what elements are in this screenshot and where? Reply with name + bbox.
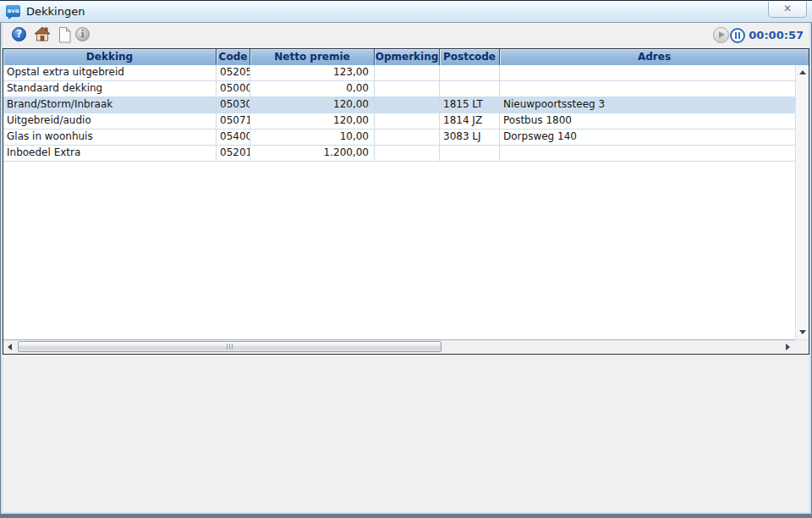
cell-adres[interactable]: Dorpsweg 140 — [500, 130, 795, 146]
cell-dekking[interactable]: Opstal extra uitgebreid — [3, 65, 217, 81]
app-window: ava Dekkingen ✕ ? — [0, 0, 812, 518]
table-row[interactable]: Standaard dekking 05000 0,00 — [3, 81, 795, 97]
cell-dekking[interactable]: Brand/Storm/Inbraak — [3, 97, 217, 113]
new-document-icon — [58, 30, 71, 47]
cell-opmerking[interactable] — [375, 97, 440, 113]
help-button[interactable]: ? — [12, 27, 29, 44]
cell-postcode[interactable] — [440, 81, 500, 97]
scroll-up-icon[interactable] — [799, 70, 806, 74]
new-document-button[interactable] — [58, 27, 75, 44]
close-icon: ✕ — [783, 3, 792, 14]
cell-adres[interactable]: Nieuwpoortssteeg 3 — [500, 97, 795, 113]
cell-opmerking[interactable] — [375, 81, 440, 97]
cell-postcode[interactable]: 1814 JZ — [440, 113, 500, 130]
pause-icon — [730, 28, 745, 43]
cell-opmerking[interactable] — [375, 130, 440, 146]
cell-code[interactable]: 05201 — [217, 146, 250, 162]
table-row[interactable]: Glas in woonhuis 05400 10,00 3083 LJ Dor… — [3, 130, 795, 146]
column-header-adres[interactable]: Adres — [500, 49, 809, 65]
column-header-netto-premie[interactable]: Netto premie — [250, 49, 375, 65]
cell-code[interactable]: 05030 — [217, 97, 250, 113]
cell-netto-premie[interactable]: 123,00 — [250, 65, 375, 81]
scroll-right-icon — [786, 344, 790, 350]
info-icon: i — [75, 27, 90, 41]
column-header-code[interactable]: Code — [217, 49, 250, 65]
window-frame-inner: ? — [1, 23, 811, 514]
cell-adres[interactable] — [500, 65, 795, 81]
home-icon — [34, 29, 51, 45]
table-row[interactable]: Uitgebreid/audio 05071 120,00 1814 JZ Po… — [3, 113, 795, 130]
cell-code[interactable]: 05000 — [217, 81, 250, 97]
cell-code[interactable]: 05400 — [217, 130, 250, 146]
close-button[interactable]: ✕ — [768, 2, 807, 18]
column-header-dekking[interactable]: Dekking — [3, 49, 217, 65]
cell-postcode[interactable] — [440, 146, 500, 162]
scroll-left-icon — [8, 344, 12, 350]
cell-dekking[interactable]: Inboedel Extra — [3, 146, 217, 162]
cell-postcode[interactable]: 1815 LT — [440, 97, 500, 113]
window-title: Dekkingen — [26, 5, 85, 18]
scroll-right-button[interactable] — [782, 340, 795, 354]
table-row-selected[interactable]: Brand/Storm/Inbraak 05030 120,00 1815 LT… — [3, 97, 795, 113]
pause-button[interactable] — [730, 28, 747, 45]
info-button[interactable]: i — [75, 27, 92, 44]
horizontal-scrollbar-thumb[interactable] — [18, 341, 442, 352]
cell-dekking[interactable]: Standaard dekking — [3, 81, 217, 97]
cell-adres[interactable]: Postbus 1800 — [500, 113, 795, 130]
cell-netto-premie[interactable]: 0,00 — [250, 81, 375, 97]
scroll-down-icon[interactable] — [799, 330, 806, 334]
cell-opmerking[interactable] — [375, 146, 440, 162]
session-timer: 00:00:57 — [748, 29, 804, 41]
cell-code[interactable]: 05205 — [217, 65, 250, 81]
cell-dekking[interactable]: Uitgebreid/audio — [3, 113, 217, 130]
cell-netto-premie[interactable]: 120,00 — [250, 97, 375, 113]
column-header-opmerking[interactable]: Opmerking — [375, 49, 440, 65]
table-body: Opstal extra uitgebreid 05205 123,00 Sta… — [3, 65, 795, 339]
cell-netto-premie[interactable]: 10,00 — [250, 130, 375, 146]
cell-postcode[interactable] — [440, 65, 500, 81]
vertical-scrollbar[interactable] — [795, 65, 809, 339]
window-body: ? — [3, 23, 809, 512]
app-logo-icon: ava — [6, 5, 20, 17]
scroll-left-button[interactable] — [3, 340, 17, 354]
cell-code[interactable]: 05071 — [217, 113, 250, 130]
titlebar: ava Dekkingen ✕ — [0, 0, 812, 23]
cell-opmerking[interactable] — [375, 113, 440, 130]
table-row[interactable]: Opstal extra uitgebreid 05205 123,00 — [3, 65, 795, 81]
toolbar: ? — [3, 23, 809, 49]
play-button[interactable] — [713, 27, 730, 44]
column-header-postcode[interactable]: Postcode — [440, 49, 500, 65]
cell-netto-premie[interactable]: 120,00 — [250, 113, 375, 130]
cell-postcode[interactable]: 3083 LJ — [440, 130, 500, 146]
cell-adres[interactable] — [500, 146, 795, 162]
home-button[interactable] — [34, 26, 51, 43]
window-frame: ? — [0, 23, 812, 518]
table-header-row: Dekking Code Netto premie Opmerking Post… — [3, 49, 809, 66]
cell-netto-premie[interactable]: 1.200,00 — [250, 146, 375, 162]
coverage-table: Dekking Code Netto premie Opmerking Post… — [3, 48, 809, 355]
cell-opmerking[interactable] — [375, 65, 440, 81]
help-icon: ? — [12, 27, 26, 41]
horizontal-scrollbar[interactable] — [3, 339, 795, 354]
cell-dekking[interactable]: Glas in woonhuis — [3, 130, 217, 146]
play-icon — [713, 27, 729, 43]
cell-adres[interactable] — [500, 81, 795, 97]
table-row[interactable]: Inboedel Extra 05201 1.200,00 — [3, 146, 795, 162]
scrollbar-corner — [795, 339, 809, 354]
